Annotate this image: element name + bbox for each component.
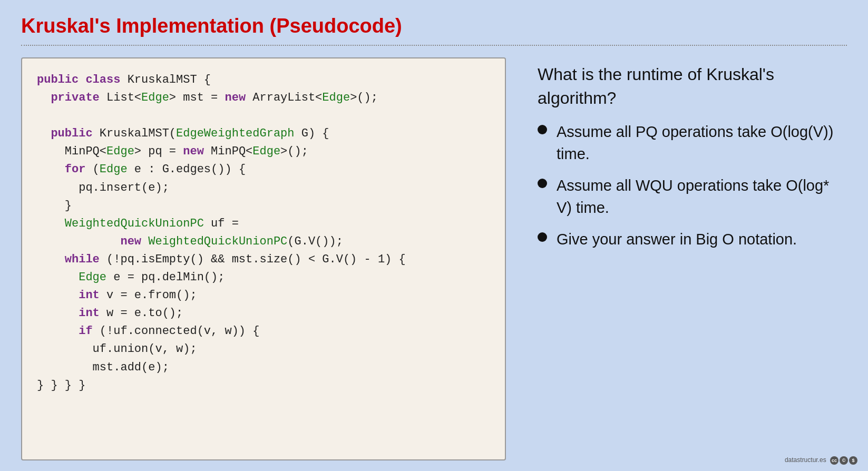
bullet-item-3: Give your answer in Big O notation. <box>538 228 847 250</box>
bullet-item-2: Assume all WQU operations take O(log* V)… <box>538 174 847 219</box>
cc-icons: cc © $ <box>830 456 857 465</box>
footer-site: datastructur.es <box>785 456 826 464</box>
bullets-list: Assume all PQ operations take O(log(V)) … <box>538 121 847 250</box>
slide-title: Kruskal's Implementation (Pseudocode) <box>21 15 847 37</box>
code-block: public class KruskalMST { private List<E… <box>37 71 490 395</box>
nc-icon: $ <box>849 456 857 465</box>
bullet-icon-1 <box>538 125 547 134</box>
footer: datastructur.es cc © $ <box>785 456 857 465</box>
text-panel: What is the runtime of Kruskal's algorit… <box>527 57 847 460</box>
code-panel: public class KruskalMST { private List<E… <box>21 57 506 460</box>
bullet-icon-2 <box>538 179 547 188</box>
bullet-text-2: Assume all WQU operations take O(log* V)… <box>557 174 847 219</box>
question-text: What is the runtime of Kruskal's algorit… <box>538 63 847 110</box>
content-row: public class KruskalMST { private List<E… <box>21 57 847 460</box>
by-icon: © <box>840 456 848 465</box>
bullet-text-1: Assume all PQ operations take O(log(V)) … <box>557 121 847 165</box>
bullet-icon-3 <box>538 232 547 242</box>
bullet-text-3: Give your answer in Big O notation. <box>557 228 797 250</box>
slide: Kruskal's Implementation (Pseudocode) pu… <box>0 0 868 471</box>
cc-icon: cc <box>830 456 838 465</box>
bullet-item-1: Assume all PQ operations take O(log(V)) … <box>538 121 847 165</box>
divider <box>21 45 847 46</box>
